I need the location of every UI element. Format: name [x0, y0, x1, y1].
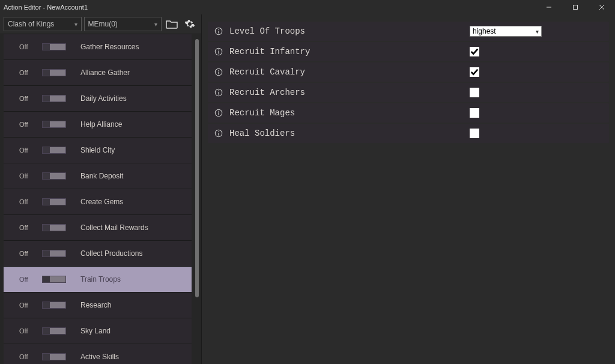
action-row[interactable]: OffShield City	[4, 138, 192, 163]
scrollbar-thumb[interactable]	[195, 39, 199, 297]
toggle-state-label: Off	[19, 353, 34, 360]
minimize-button[interactable]	[536, 0, 562, 14]
toggle-switch[interactable]	[42, 353, 66, 360]
action-label: Daily Activities	[80, 94, 127, 103]
action-label: Sky Land	[80, 327, 111, 335]
action-row[interactable]: OffCreate Gems	[4, 189, 192, 215]
toggle-knob	[43, 302, 50, 308]
toggle-switch[interactable]	[42, 69, 66, 76]
action-row[interactable]: OffBank Deposit	[4, 163, 192, 189]
setting-label: Recruit Cavalry	[229, 67, 470, 77]
toggle-state-label: Off	[19, 69, 34, 76]
checkbox[interactable]	[470, 67, 479, 77]
toggle-knob	[43, 147, 50, 153]
emulator-select[interactable]: MEmu(0) ▾	[84, 17, 162, 31]
action-row[interactable]: OffCollect Productions	[4, 241, 192, 267]
toggle-switch[interactable]	[42, 276, 66, 283]
toggle-state-label: Off	[19, 250, 34, 257]
action-row[interactable]: OffCollect Mail Rewards	[4, 215, 192, 241]
action-row[interactable]: OffTrain Troops	[4, 267, 192, 293]
setting-row: Recruit Cavalry	[208, 62, 609, 82]
window-title: Action Editor - NewAccount1	[4, 4, 88, 11]
toggle-state-label: Off	[19, 43, 34, 50]
svg-rect-17	[218, 112, 219, 115]
checkbox[interactable]	[470, 108, 479, 118]
close-button[interactable]	[589, 0, 615, 14]
toggle-knob	[43, 44, 50, 50]
action-row[interactable]: OffDaily Activities	[4, 86, 192, 112]
toggle-knob	[43, 328, 50, 334]
info-icon[interactable]	[214, 88, 223, 97]
scrollbar[interactable]	[195, 37, 199, 362]
toggle-switch[interactable]	[42, 250, 66, 257]
toggle-switch[interactable]	[42, 224, 66, 231]
action-label: Train Troops	[80, 275, 121, 284]
window-controls	[536, 0, 615, 14]
chevron-down-icon: ▾	[536, 28, 539, 35]
toggle-switch[interactable]	[42, 198, 66, 205]
info-icon[interactable]	[214, 47, 223, 56]
toggle-knob	[43, 96, 50, 102]
info-icon[interactable]	[214, 108, 223, 118]
toggle-switch[interactable]	[42, 302, 66, 309]
info-icon[interactable]	[214, 26, 223, 36]
svg-rect-18	[218, 111, 219, 112]
info-icon[interactable]	[214, 67, 223, 77]
svg-rect-1	[574, 5, 578, 10]
open-folder-button[interactable]	[164, 17, 180, 31]
setting-label: Recruit Mages	[229, 108, 470, 118]
left-toolbar: Clash of Kings ▾ MEmu(0) ▾	[0, 14, 201, 34]
left-panel: Clash of Kings ▾ MEmu(0) ▾ OffGather Res…	[0, 14, 202, 364]
maximize-button[interactable]	[562, 0, 589, 14]
level-of-troops-select[interactable]: highest▾	[470, 26, 542, 37]
settings-panel: Level Of Troopshighest▾Recruit InfantryR…	[202, 14, 615, 364]
setting-row: Recruit Mages	[208, 103, 609, 123]
info-icon[interactable]	[214, 129, 223, 138]
action-row[interactable]: OffAlliance Gather	[4, 60, 192, 86]
titlebar: Action Editor - NewAccount1	[0, 0, 615, 14]
toggle-state-label: Off	[19, 172, 34, 180]
settings-button[interactable]	[182, 17, 198, 31]
toggle-state-label: Off	[19, 224, 34, 231]
checkbox[interactable]	[470, 88, 479, 97]
svg-rect-12	[218, 70, 219, 71]
game-select[interactable]: Clash of Kings ▾	[4, 17, 82, 31]
svg-rect-21	[218, 132, 219, 132]
toggle-knob	[43, 199, 50, 205]
setting-label: Recruit Infantry	[229, 47, 470, 56]
toggle-state-label: Off	[19, 95, 34, 102]
chevron-down-icon: ▾	[74, 21, 77, 28]
setting-label: Recruit Archers	[229, 88, 470, 97]
action-label: Alliance Gather	[80, 68, 130, 77]
action-row[interactable]: OffSky Land	[4, 318, 192, 344]
action-row[interactable]: OffResearch	[4, 293, 192, 318]
svg-rect-20	[218, 133, 219, 135]
game-select-value: Clash of Kings	[8, 20, 54, 28]
setting-row: Level Of Troopshighest▾	[208, 22, 609, 41]
toggle-state-label: Off	[19, 198, 34, 205]
action-label: Gather Resources	[80, 43, 139, 51]
action-list: OffGather ResourcesOffAlliance GatherOff…	[4, 34, 192, 364]
toggle-switch[interactable]	[42, 327, 66, 335]
toggle-switch[interactable]	[42, 121, 66, 128]
action-label: Bank Deposit	[80, 172, 123, 180]
select-value: highest	[473, 27, 496, 35]
checkbox[interactable]	[470, 47, 479, 56]
toggle-switch[interactable]	[42, 147, 66, 154]
action-row[interactable]: OffActive Skills	[4, 344, 192, 364]
action-label: Help Alliance	[80, 120, 122, 129]
toggle-knob	[43, 70, 50, 76]
svg-rect-5	[218, 31, 219, 33]
checkbox[interactable]	[470, 129, 479, 138]
toggle-switch[interactable]	[42, 95, 66, 102]
toggle-switch[interactable]	[42, 172, 66, 180]
action-list-scroll: OffGather ResourcesOffAlliance GatherOff…	[0, 34, 201, 364]
action-row[interactable]: OffGather Resources	[4, 34, 192, 60]
toggle-knob	[43, 276, 50, 282]
svg-rect-9	[218, 50, 219, 50]
action-row[interactable]: OffHelp Alliance	[4, 112, 192, 138]
action-label: Create Gems	[80, 198, 123, 206]
toggle-knob	[43, 250, 50, 256]
toggle-switch[interactable]	[42, 43, 66, 50]
action-label: Collect Productions	[80, 249, 142, 258]
